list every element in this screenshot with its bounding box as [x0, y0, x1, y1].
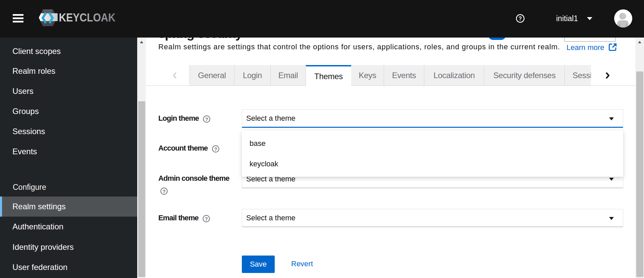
svg-text:?: ?: [162, 188, 165, 194]
svg-text:?: ?: [205, 216, 208, 222]
svg-text:?: ?: [519, 16, 522, 21]
svg-text:?: ?: [214, 146, 217, 152]
svg-text:KEYCLOAK: KEYCLOAK: [59, 11, 116, 24]
svg-text:?: ?: [205, 116, 208, 122]
